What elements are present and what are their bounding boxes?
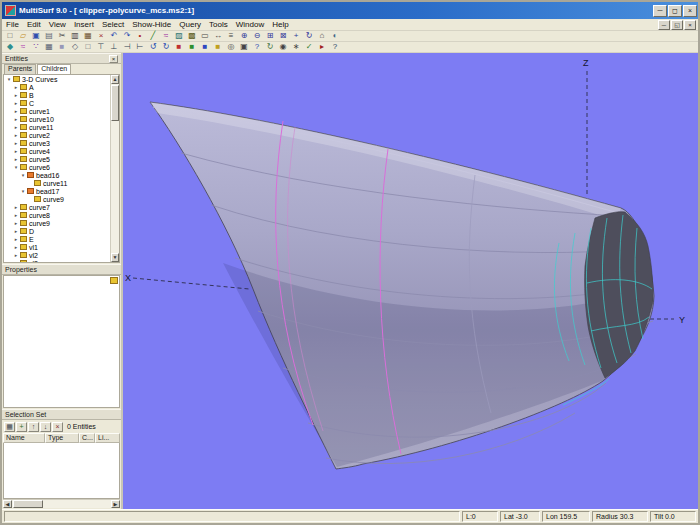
scroll-up-icon[interactable]: ▲	[111, 75, 119, 84]
viewport-3d[interactable]: Z X Y	[123, 53, 698, 509]
copy-icon[interactable]: ▥	[69, 31, 81, 41]
tree-item-D[interactable]: ▸D	[4, 227, 110, 235]
lock-icon[interactable]: ▣	[238, 42, 250, 52]
hscroll-thumb[interactable]	[13, 500, 43, 508]
rotate-left-icon[interactable]: ↺	[147, 42, 159, 52]
yellow-swatch-icon[interactable]: ■	[212, 42, 224, 52]
clear-selection-icon[interactable]: ×	[52, 422, 63, 432]
redo-icon[interactable]: ↷	[121, 31, 133, 41]
menu-insert[interactable]: Insert	[70, 19, 98, 31]
selection-list[interactable]	[3, 443, 120, 499]
tree-item-bead17[interactable]: ▾bead17	[4, 187, 110, 195]
query-icon[interactable]: ?	[251, 42, 263, 52]
menu-select[interactable]: Select	[98, 19, 128, 31]
menu-show-hide[interactable]: Show-Hide	[128, 19, 175, 31]
tab-parents[interactable]: Parents	[4, 64, 36, 74]
menu-window[interactable]: Window	[232, 19, 268, 31]
tree-item-curve11[interactable]: curve11	[4, 179, 110, 187]
column-name[interactable]: Name	[3, 433, 45, 443]
zoom-window-icon[interactable]: ⊞	[264, 31, 276, 41]
help-icon[interactable]: ?	[329, 42, 341, 52]
tree-open-arrow-icon[interactable]: ▾	[6, 76, 12, 82]
move-up-icon[interactable]: ↑	[28, 422, 39, 432]
tree-item-bead16[interactable]: ▾bead16	[4, 171, 110, 179]
select-mode-icon[interactable]: ▭	[199, 31, 211, 41]
add-entity-icon[interactable]: +	[16, 422, 27, 432]
tree-closed-arrow-icon[interactable]: ▸	[13, 100, 19, 106]
ortho-icon[interactable]: □	[82, 42, 94, 52]
new-file-icon[interactable]: □	[4, 31, 16, 41]
rotate-right-icon[interactable]: ↻	[160, 42, 172, 52]
view-bottom-icon[interactable]: ⊥	[108, 42, 120, 52]
green-swatch-icon[interactable]: ■	[186, 42, 198, 52]
view-top-icon[interactable]: ⊤	[95, 42, 107, 52]
list-grid-icon[interactable]: ▦	[4, 422, 15, 432]
zoom-in-icon[interactable]: ⊕	[238, 31, 250, 41]
tree-item-curve10[interactable]: ▸curve10	[4, 115, 110, 123]
pan-icon[interactable]: +	[290, 31, 302, 41]
column-line[interactable]: Li...	[95, 433, 120, 443]
tree-closed-arrow-icon[interactable]: ▸	[13, 84, 19, 90]
tree-closed-arrow-icon[interactable]: ▸	[13, 244, 19, 250]
tree-open-arrow-icon[interactable]: ▾	[20, 172, 26, 178]
tree-item-curve1[interactable]: ▸curve1	[4, 107, 110, 115]
view-right-icon[interactable]: ⊢	[134, 42, 146, 52]
open-file-icon[interactable]: ▱	[17, 31, 29, 41]
mdi-close-button[interactable]: ×	[684, 20, 696, 30]
move-down-icon[interactable]: ↓	[40, 422, 51, 432]
tree-closed-arrow-icon[interactable]: ▸	[13, 148, 19, 154]
scroll-left-icon[interactable]: ◀	[3, 500, 12, 508]
tree-closed-arrow-icon[interactable]: ▸	[13, 260, 19, 262]
tree-item-curve3[interactable]: ▸curve3	[4, 139, 110, 147]
menu-query[interactable]: Query	[175, 19, 205, 31]
show-points-icon[interactable]: ∵	[30, 42, 42, 52]
scroll-thumb[interactable]	[111, 85, 119, 121]
shaded-view-icon[interactable]: ■	[56, 42, 68, 52]
close-button[interactable]: ×	[683, 5, 697, 17]
tree-item-curve9[interactable]: ▸curve9	[4, 219, 110, 227]
insert-solid-icon[interactable]: ▩	[186, 31, 198, 41]
tree-item-3-D Curves[interactable]: ▾3-D Curves	[4, 75, 110, 83]
tree-closed-arrow-icon[interactable]: ▸	[13, 132, 19, 138]
tree-item-curve11[interactable]: ▸curve11	[4, 123, 110, 131]
flag-icon[interactable]: ▸	[316, 42, 328, 52]
snap-icon[interactable]: ◎	[225, 42, 237, 52]
tree-item-curve9[interactable]: curve9	[4, 195, 110, 203]
menu-help[interactable]: Help	[268, 19, 292, 31]
maximize-button[interactable]: ◻	[668, 5, 682, 17]
tab-children[interactable]: Children	[37, 64, 71, 74]
settings-icon[interactable]: ∗	[290, 42, 302, 52]
tree-item-E[interactable]: ▸E	[4, 235, 110, 243]
tree-open-arrow-icon[interactable]: ▾	[20, 188, 26, 194]
tree-item-C[interactable]: ▸C	[4, 99, 110, 107]
show-curves-icon[interactable]: ≈	[17, 42, 29, 52]
scroll-down-icon[interactable]: ▼	[111, 253, 119, 262]
tree-closed-arrow-icon[interactable]: ▸	[13, 228, 19, 234]
menu-view[interactable]: View	[45, 19, 70, 31]
tree-item-B[interactable]: ▸B	[4, 91, 110, 99]
measure-icon[interactable]: ↔	[212, 31, 224, 41]
tree-item-curve6[interactable]: ▾curve6	[4, 163, 110, 171]
entities-close-icon[interactable]: ×	[109, 55, 118, 63]
undo-icon[interactable]: ↶	[108, 31, 120, 41]
column-color[interactable]: C...	[79, 433, 95, 443]
mdi-minimize-button[interactable]: ─	[658, 20, 670, 30]
print-icon[interactable]: ▤	[43, 31, 55, 41]
refresh-icon[interactable]: ↻	[264, 42, 276, 52]
camera-icon[interactable]: ◉	[277, 42, 289, 52]
paste-icon[interactable]: ▦	[82, 31, 94, 41]
insert-curve-icon[interactable]: ≈	[160, 31, 172, 41]
layers-icon[interactable]: ≡	[225, 31, 237, 41]
cut-icon[interactable]: ✂	[56, 31, 68, 41]
tree-open-arrow-icon[interactable]: ▾	[13, 164, 19, 170]
zoom-fit-icon[interactable]: ⊠	[277, 31, 289, 41]
minimize-button[interactable]: ─	[653, 5, 667, 17]
column-type[interactable]: Type	[45, 433, 79, 443]
rotate-view-icon[interactable]: ↻	[303, 31, 315, 41]
tree-closed-arrow-icon[interactable]: ▸	[13, 92, 19, 98]
tree-closed-arrow-icon[interactable]: ▸	[13, 220, 19, 226]
insert-point-icon[interactable]: •	[134, 31, 146, 41]
zoom-out-icon[interactable]: ⊖	[251, 31, 263, 41]
insert-surface-icon[interactable]: ▨	[173, 31, 185, 41]
wireframe-icon[interactable]: ▦	[43, 42, 55, 52]
